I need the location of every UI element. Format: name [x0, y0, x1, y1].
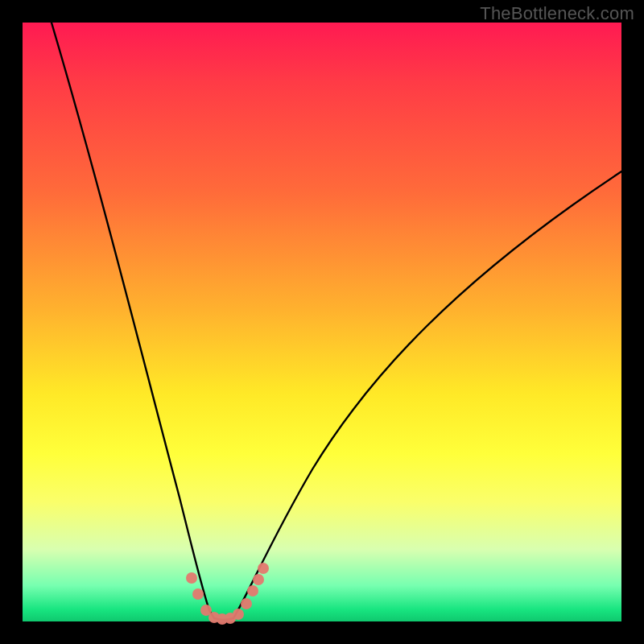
watermark-text: TheBottleneck.com: [480, 3, 634, 24]
marker-dot: [233, 609, 244, 620]
chart-frame: TheBottleneck.com: [0, 0, 644, 644]
marker-dot: [192, 588, 204, 600]
chart-svg: [23, 23, 621, 621]
marker-dot: [247, 585, 258, 597]
curve-left-branch: [47, 6, 214, 618]
marker-dot: [258, 563, 269, 574]
marker-dot: [253, 574, 264, 585]
plot-area: [23, 23, 621, 621]
marker-dot: [241, 598, 252, 609]
curve-right-branch: [233, 171, 621, 618]
marker-dot: [186, 572, 197, 584]
